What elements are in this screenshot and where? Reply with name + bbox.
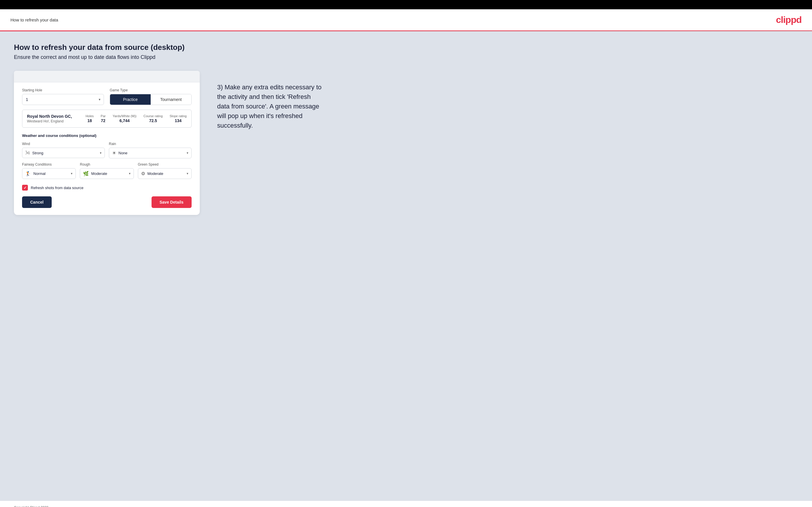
rough-group: Rough 🌿 Moderate ▾ bbox=[80, 162, 134, 179]
starting-hole-select-wrapper: 1 ▾ bbox=[22, 94, 104, 105]
rain-chevron-icon: ▾ bbox=[187, 151, 189, 155]
action-row: Cancel Save Details bbox=[22, 196, 192, 208]
header: How to refresh your data clippd bbox=[0, 9, 812, 31]
card-top-placeholder bbox=[14, 71, 200, 82]
wind-label: Wind bbox=[22, 142, 105, 146]
weather-section-title: Weather and course conditions (optional) bbox=[22, 133, 192, 138]
fairway-group: Fairway Conditions 🏌 Normal ▾ bbox=[22, 162, 76, 179]
refresh-checkbox-row: Refresh shots from data source bbox=[22, 185, 192, 190]
fairway-rough-green-row: Fairway Conditions 🏌 Normal ▾ Rough 🌿 Mo… bbox=[22, 162, 192, 179]
header-title: How to refresh your data bbox=[10, 17, 58, 22]
fairway-label: Fairway Conditions bbox=[22, 162, 76, 167]
rough-icon: 🌿 bbox=[83, 171, 89, 176]
side-text: 3) Make any extra edits necessary to the… bbox=[217, 71, 322, 130]
game-type-toggle: Practice Tournament bbox=[110, 94, 192, 105]
green-speed-dropdown[interactable]: ⚙ Moderate ▾ bbox=[138, 168, 192, 179]
yards-stat: Yards/White (M)) 6,744 bbox=[113, 114, 137, 123]
fairway-dropdown[interactable]: 🏌 Normal ▾ bbox=[22, 168, 76, 179]
holes-stat: Holes 18 bbox=[86, 114, 94, 123]
rain-label: Rain bbox=[109, 142, 192, 146]
course-rating-stat: Course rating 72.5 bbox=[143, 114, 163, 123]
game-type-label: Game Type bbox=[110, 88, 192, 92]
wind-rain-row: Wind 🌬 Strong ▾ Rain ☀ None ▾ bbox=[22, 142, 192, 158]
yards-value: 6,744 bbox=[113, 118, 137, 123]
rough-label: Rough bbox=[80, 162, 134, 167]
starting-hole-label: Starting Hole bbox=[22, 88, 104, 92]
rain-group: Rain ☀ None ▾ bbox=[109, 142, 192, 158]
refresh-checkbox-label: Refresh shots from data source bbox=[31, 186, 83, 190]
refresh-checkbox[interactable] bbox=[22, 185, 28, 190]
copyright: Copyright Clippd 2022 bbox=[14, 506, 48, 507]
course-location: Westward Ho!, England bbox=[27, 119, 72, 123]
page-title: How to refresh your data from source (de… bbox=[14, 43, 798, 52]
par-value: 72 bbox=[101, 118, 106, 123]
par-stat: Par 72 bbox=[101, 114, 106, 123]
course-stats: Holes 18 Par 72 Yards/White (M)) 6,744 C… bbox=[86, 114, 187, 123]
content-layout: Starting Hole 1 ▾ Game Type Practice Tou… bbox=[14, 71, 798, 215]
main-content: How to refresh your data from source (de… bbox=[0, 31, 812, 501]
form-card: Starting Hole 1 ▾ Game Type Practice Tou… bbox=[14, 71, 200, 215]
green-speed-value: Moderate bbox=[148, 171, 181, 176]
holes-label: Holes bbox=[86, 114, 94, 118]
yards-label: Yards/White (M)) bbox=[113, 114, 137, 118]
game-type-group: Game Type Practice Tournament bbox=[110, 88, 192, 105]
rough-chevron-icon: ▾ bbox=[129, 172, 131, 175]
course-rating-label: Course rating bbox=[143, 114, 163, 118]
wind-icon: 🌬 bbox=[25, 150, 30, 156]
rain-icon: ☀ bbox=[112, 150, 116, 156]
starting-hole-group: Starting Hole 1 ▾ bbox=[22, 88, 104, 105]
wind-chevron-icon: ▾ bbox=[100, 151, 102, 155]
green-speed-group: Green Speed ⚙ Moderate ▾ bbox=[138, 162, 192, 179]
par-label: Par bbox=[101, 114, 106, 118]
top-bar bbox=[0, 0, 812, 9]
side-text-content: 3) Make any extra edits necessary to the… bbox=[217, 82, 322, 130]
wind-dropdown[interactable]: 🌬 Strong ▾ bbox=[22, 148, 105, 158]
rain-value: None bbox=[118, 151, 181, 155]
slope-rating-value: 134 bbox=[169, 118, 187, 123]
course-name: Royal North Devon GC, bbox=[27, 114, 72, 119]
cancel-button[interactable]: Cancel bbox=[22, 196, 52, 208]
wind-value: Strong bbox=[32, 151, 94, 155]
starting-hole-select[interactable]: 1 bbox=[22, 94, 104, 105]
rough-dropdown[interactable]: 🌿 Moderate ▾ bbox=[80, 168, 134, 179]
course-name-location: Royal North Devon GC, Westward Ho!, Engl… bbox=[27, 114, 72, 123]
tournament-button[interactable]: Tournament bbox=[151, 94, 191, 105]
slope-rating-label: Slope rating bbox=[169, 114, 187, 118]
slope-rating-stat: Slope rating 134 bbox=[169, 114, 187, 123]
save-button[interactable]: Save Details bbox=[152, 196, 192, 208]
page-subtitle: Ensure the correct and most up to date d… bbox=[14, 54, 798, 60]
wind-group: Wind 🌬 Strong ▾ bbox=[22, 142, 105, 158]
fairway-chevron-icon: ▾ bbox=[71, 172, 72, 175]
green-speed-chevron-icon: ▾ bbox=[187, 172, 189, 175]
fairway-icon: 🏌 bbox=[25, 171, 31, 176]
rough-value: Moderate bbox=[91, 171, 123, 176]
course-rating-value: 72.5 bbox=[143, 118, 163, 123]
practice-button[interactable]: Practice bbox=[110, 94, 151, 105]
fairway-value: Normal bbox=[33, 171, 65, 176]
holes-value: 18 bbox=[86, 118, 94, 123]
rain-dropdown[interactable]: ☀ None ▾ bbox=[109, 148, 192, 158]
starting-hole-game-type-row: Starting Hole 1 ▾ Game Type Practice Tou… bbox=[22, 88, 192, 105]
green-speed-label: Green Speed bbox=[138, 162, 192, 167]
logo: clippd bbox=[776, 14, 802, 25]
green-speed-icon: ⚙ bbox=[141, 171, 145, 176]
footer: Copyright Clippd 2022 bbox=[0, 501, 812, 507]
course-info: Royal North Devon GC, Westward Ho!, Engl… bbox=[22, 110, 192, 128]
